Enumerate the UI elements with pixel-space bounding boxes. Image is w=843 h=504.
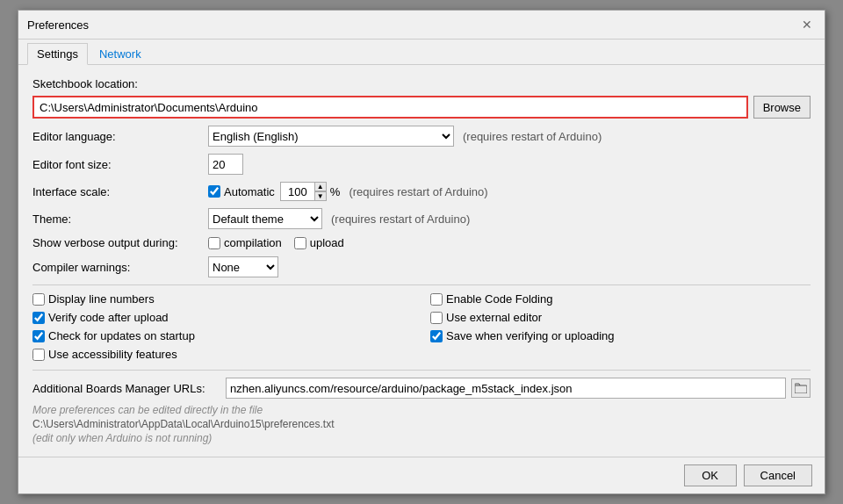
save-verifying-label[interactable]: Save when verifying or uploading: [430, 329, 811, 342]
tab-bar: Settings Network: [18, 40, 825, 65]
editor-language-label: Editor language:: [32, 130, 208, 143]
tab-settings[interactable]: Settings: [27, 43, 88, 65]
scale-spinner: ▲ ▼: [314, 182, 327, 201]
upload-checkbox-label[interactable]: upload: [294, 236, 344, 249]
accessibility-checkbox[interactable]: [32, 349, 45, 361]
sketchbook-label: Sketchbook location:: [32, 77, 811, 90]
preferences-dialog: Preferences ✕ Settings Network Sketchboo…: [18, 10, 825, 494]
cancel-button[interactable]: Cancel: [744, 464, 812, 486]
save-verifying-checkbox[interactable]: [430, 330, 443, 342]
editor-font-size-input[interactable]: [208, 154, 243, 175]
verify-code-label[interactable]: Verify code after upload: [32, 311, 413, 324]
check-updates-text: Check for updates on startup: [48, 329, 195, 342]
additional-boards-row: Additional Boards Manager URLs:: [32, 378, 811, 399]
external-editor-label[interactable]: Use external editor: [430, 311, 811, 324]
additional-boards-label: Additional Boards Manager URLs:: [32, 382, 226, 395]
compilation-checkbox[interactable]: [208, 237, 220, 249]
editor-language-note: (requires restart of Arduino): [463, 130, 602, 143]
verify-code-checkbox[interactable]: [32, 312, 45, 324]
automatic-checkbox[interactable]: [208, 185, 220, 198]
scale-up-button[interactable]: ▲: [314, 182, 327, 191]
theme-select[interactable]: Default theme: [208, 208, 322, 229]
verbose-output-row: Show verbose output during: compilation …: [32, 236, 811, 249]
display-line-numbers-text: Display line numbers: [48, 292, 155, 306]
folder-icon-button[interactable]: [791, 378, 811, 398]
divider2: [32, 370, 811, 371]
automatic-checkbox-label[interactable]: Automatic: [208, 185, 275, 198]
interface-scale-note: (requires restart of Arduino): [349, 185, 487, 198]
footer: OK Cancel: [18, 457, 825, 493]
edit-note-text: (edit only when Arduino is not running): [32, 432, 811, 444]
compiler-warnings-label: Compiler warnings:: [32, 261, 208, 274]
interface-scale-label: Interface scale:: [32, 185, 208, 198]
svg-rect-0: [795, 385, 807, 393]
check-updates-label[interactable]: Check for updates on startup: [32, 329, 413, 342]
automatic-label: Automatic: [224, 185, 275, 198]
browse-button[interactable]: Browse: [753, 96, 811, 119]
file-path-text: C:\Users\Administrator\AppData\Local\Ard…: [32, 418, 811, 430]
sketchbook-input[interactable]: [32, 96, 748, 119]
enable-code-folding-label[interactable]: Enable Code Folding: [430, 292, 811, 306]
verify-code-text: Verify code after upload: [48, 311, 169, 324]
tab-network[interactable]: Network: [90, 43, 151, 64]
enable-code-folding-text: Enable Code Folding: [446, 292, 552, 306]
settings-content: Sketchbook location: Browse Editor langu…: [18, 65, 825, 457]
upload-checkbox[interactable]: [294, 237, 306, 249]
checkboxes-grid: Display line numbers Enable Code Folding…: [32, 292, 811, 361]
divider: [32, 284, 811, 285]
check-updates-checkbox[interactable]: [32, 330, 45, 342]
additional-boards-input[interactable]: [226, 378, 786, 399]
compilation-checkbox-label[interactable]: compilation: [208, 236, 282, 249]
theme-row: Theme: Default theme (requires restart o…: [32, 208, 811, 229]
scale-control: ▲ ▼ %: [280, 182, 341, 201]
compiler-warnings-row: Compiler warnings: None: [32, 256, 811, 277]
save-verifying-text: Save when verifying or uploading: [446, 329, 615, 342]
sketchbook-row: Browse: [32, 96, 811, 119]
external-editor-checkbox[interactable]: [430, 312, 443, 324]
external-editor-text: Use external editor: [446, 311, 542, 324]
info-text: More preferences can be edited directly …: [32, 404, 811, 416]
accessibility-label[interactable]: Use accessibility features: [32, 348, 413, 361]
compilation-label: compilation: [224, 236, 282, 249]
editor-language-row: Editor language: English (English) (requ…: [32, 126, 811, 147]
verbose-output-label: Show verbose output during:: [32, 236, 208, 249]
display-line-numbers-label[interactable]: Display line numbers: [32, 292, 413, 306]
close-button[interactable]: ✕: [798, 16, 816, 33]
percent-label: %: [330, 185, 341, 198]
editor-font-size-label: Editor font size:: [32, 158, 208, 171]
scale-input[interactable]: [280, 182, 315, 201]
display-line-numbers-checkbox[interactable]: [32, 293, 45, 306]
dialog-title: Preferences: [27, 18, 89, 32]
ok-button[interactable]: OK: [684, 464, 737, 486]
editor-language-select[interactable]: English (English): [208, 126, 454, 147]
theme-note: (requires restart of Arduino): [331, 212, 470, 226]
compiler-warnings-select[interactable]: None: [208, 256, 278, 277]
scale-down-button[interactable]: ▼: [314, 191, 327, 201]
accessibility-text: Use accessibility features: [48, 348, 177, 361]
interface-scale-row: Interface scale: Automatic ▲ ▼ % (requir…: [32, 182, 811, 201]
editor-font-size-row: Editor font size:: [32, 154, 811, 175]
enable-code-folding-checkbox[interactable]: [430, 293, 443, 306]
upload-label: upload: [310, 236, 344, 249]
theme-label: Theme:: [32, 212, 208, 226]
title-bar: Preferences ✕: [18, 11, 825, 40]
